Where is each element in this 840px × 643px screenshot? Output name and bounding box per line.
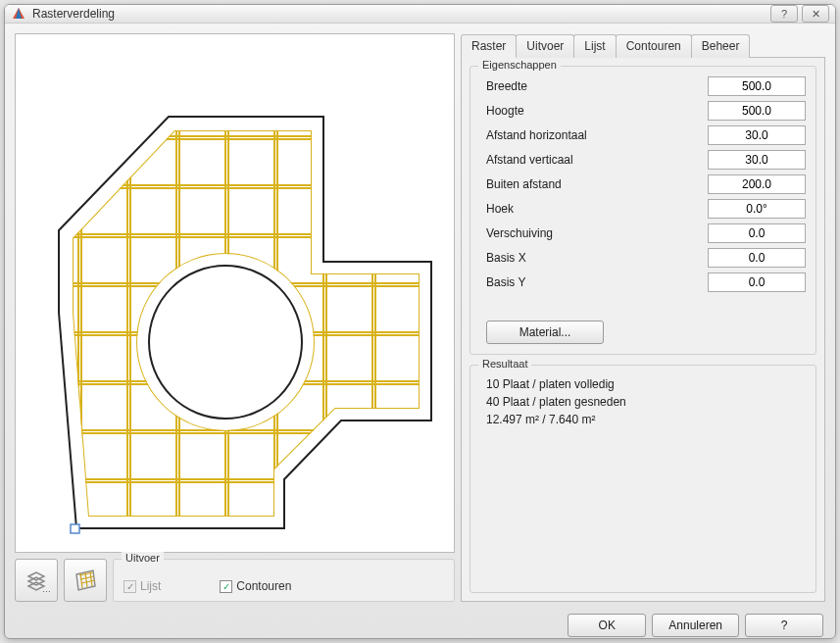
result-line: 12.497 m² / 7.640 m² xyxy=(480,411,806,428)
property-label: Breedte xyxy=(480,79,708,93)
output-lijst-label: Lijst xyxy=(140,579,161,593)
close-window-button[interactable]: ✕ xyxy=(802,5,829,23)
property-label: Basis Y xyxy=(480,275,708,289)
cancel-button[interactable]: Annuleren xyxy=(652,614,739,637)
window-title: Rasterverdeling xyxy=(32,7,766,21)
left-column: … xyxy=(15,33,455,602)
basis-x-input[interactable] xyxy=(708,248,806,268)
verschuiving-input[interactable] xyxy=(708,223,806,243)
property-label: Buiten afstand xyxy=(480,177,708,191)
property-row: Afstand verticaal xyxy=(480,150,806,170)
afstand-verticaal-input[interactable] xyxy=(708,150,806,170)
tab-lijst[interactable]: Lijst xyxy=(573,34,616,58)
result-line: 10 Plaat / platen volledig xyxy=(480,375,806,393)
breedte-input[interactable] xyxy=(708,76,806,96)
svg-line-49 xyxy=(90,571,92,586)
grid-fill-button[interactable] xyxy=(64,559,107,602)
output-group-label: Uitvoer xyxy=(122,552,164,564)
output-contouren-checkbox[interactable]: ✓ Contouren xyxy=(220,579,291,593)
result-line: 40 Plaat / platen gesneden xyxy=(480,393,806,411)
tab-contouren[interactable]: Contouren xyxy=(616,34,692,58)
hoek-input[interactable] xyxy=(708,199,806,219)
hoogte-input[interactable] xyxy=(708,101,806,121)
raster-preview-drawing xyxy=(29,48,441,538)
svg-point-3 xyxy=(149,266,302,419)
properties-group: Eigenschappen Breedte Hoogte Afstand hor… xyxy=(469,66,816,355)
help-window-button[interactable]: ? xyxy=(770,5,798,23)
content-area: … xyxy=(5,24,835,606)
svg-line-45 xyxy=(80,576,94,579)
basis-y-input[interactable] xyxy=(708,272,806,292)
tab-panel-raster: Eigenschappen Breedte Hoogte Afstand hor… xyxy=(461,58,825,602)
preview-toolbar: … xyxy=(15,559,455,602)
property-row: Breedte xyxy=(480,76,806,96)
tab-uitvoer[interactable]: Uitvoer xyxy=(516,34,574,58)
property-row: Afstand horizontaal xyxy=(480,125,806,145)
tab-bar: Raster Uitvoer Lijst Contouren Beheer xyxy=(461,33,825,58)
checkbox-icon: ✓ xyxy=(124,580,136,593)
tab-beheer[interactable]: Beheer xyxy=(691,34,751,58)
afstand-horizontaal-input[interactable] xyxy=(708,125,806,145)
dialog-window: Rasterverdeling ? ✕ xyxy=(4,4,836,639)
property-row: Verschuiving xyxy=(480,223,806,243)
svg-line-46 xyxy=(81,580,95,583)
svg-text:…: … xyxy=(42,584,50,594)
output-contouren-label: Contouren xyxy=(236,579,291,593)
property-row: Hoogte xyxy=(480,101,806,121)
material-button[interactable]: Material... xyxy=(486,321,604,344)
output-options-group: Uitvoer ✓ Lijst ✓ Contouren xyxy=(113,559,455,602)
checkbox-icon: ✓ xyxy=(220,580,232,593)
result-group-label: Resultaat xyxy=(478,358,531,370)
svg-point-5 xyxy=(137,254,314,430)
property-label: Afstand horizontaal xyxy=(480,128,708,142)
property-label: Basis X xyxy=(480,251,708,265)
property-label: Hoogte xyxy=(480,104,708,118)
tab-raster[interactable]: Raster xyxy=(461,34,517,58)
help-button[interactable]: ? xyxy=(745,614,823,637)
svg-rect-38 xyxy=(71,524,79,533)
dialog-footer: OK Annuleren ? xyxy=(5,606,835,639)
svg-line-47 xyxy=(80,573,82,588)
properties-group-label: Eigenschappen xyxy=(478,59,561,71)
property-row: Basis X xyxy=(480,248,806,268)
svg-line-48 xyxy=(85,572,87,587)
property-row: Basis Y xyxy=(480,272,806,292)
ok-button[interactable]: OK xyxy=(568,614,646,637)
preview-canvas xyxy=(15,33,455,553)
layer-options-button[interactable]: … xyxy=(15,559,58,602)
app-icon xyxy=(11,6,26,22)
property-label: Hoek xyxy=(480,202,708,216)
result-group: Resultaat 10 Plaat / platen volledig 40 … xyxy=(469,365,816,593)
output-lijst-checkbox: ✓ Lijst xyxy=(124,579,161,593)
property-label: Afstand verticaal xyxy=(480,153,708,167)
property-row: Buiten afstand xyxy=(480,174,806,194)
buiten-afstand-input[interactable] xyxy=(708,174,806,194)
right-column: Raster Uitvoer Lijst Contouren Beheer Ei… xyxy=(461,33,825,602)
property-row: Hoek xyxy=(480,199,806,219)
titlebar: Rasterverdeling ? ✕ xyxy=(5,5,835,24)
property-label: Verschuiving xyxy=(480,226,708,240)
svg-marker-39 xyxy=(28,572,44,580)
